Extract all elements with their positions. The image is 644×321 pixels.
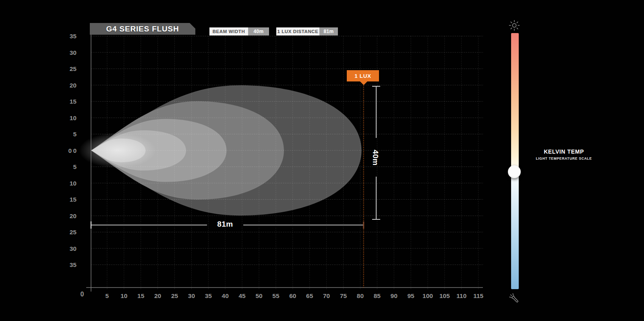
x-tick-label: 35 [205, 292, 212, 299]
x-tick-label: 40 [222, 292, 229, 299]
y-tick-label: 5 [73, 131, 77, 138]
y-tick-label: 10 [70, 115, 77, 121]
lux-distance-measure-label: 81m [205, 220, 245, 229]
kelvin-gradient-bar[interactable] [511, 33, 519, 289]
beam-hotspot-glow [79, 133, 156, 168]
x-tick-label: 95 [407, 292, 414, 299]
beam-width-label: BEAM WIDTH [213, 29, 245, 34]
y-tick-label: 30 [70, 245, 77, 252]
beam-width-value-chip: 40m [248, 27, 269, 35]
one-lux-badge: 1 LUX [347, 70, 379, 81]
page-title: G4 SERIES FLUSH [106, 25, 179, 33]
x-tick-label: 30 [188, 292, 195, 299]
x-tick-label: 45 [238, 292, 246, 299]
y-tick-label: 20 [70, 213, 77, 219]
page-bg: 3530252015105051015202530355101520253035… [0, 0, 644, 321]
x-tick-label: 100 [422, 292, 433, 299]
y-axis-zero-label: 0 [68, 147, 72, 154]
y-tick-label: 20 [70, 82, 77, 89]
x-tick-label: 70 [323, 292, 330, 299]
y-tick-label: 35 [70, 261, 77, 268]
y-tick-label: 25 [70, 65, 77, 72]
lux-distance-value-chip: 81m [319, 27, 338, 35]
beam-width-value: 40m [253, 29, 263, 34]
y-tick-label: 30 [70, 49, 77, 56]
y-tick-label: 15 [70, 98, 77, 105]
lux-distance-value: 81m [323, 29, 333, 34]
x-tick-label: 80 [357, 292, 364, 299]
beam-chart: 3530252015105051015202530355101520253035… [0, 0, 644, 321]
lux-distance-label: 1 LUX DISTANCE [277, 29, 318, 34]
x-tick-label: 25 [171, 292, 178, 299]
y-tick-label: 15 [70, 196, 77, 203]
kelvin-subtitle: LIGHT TEMPERATURE SCALE [524, 156, 604, 160]
flashlight-icon [507, 290, 522, 306]
x-tick-label: 20 [154, 292, 161, 299]
x-tick-label: 90 [391, 292, 398, 299]
x-tick-label: 55 [272, 292, 280, 299]
x-tick-label: 105 [439, 292, 450, 299]
lux-distance-label-chip: 1 LUX DISTANCE [276, 27, 319, 35]
x-tick-label: 75 [340, 292, 347, 299]
x-tick-label: 10 [120, 292, 127, 299]
x-tick-label: 115 [473, 292, 483, 299]
one-lux-badge-pointer [360, 81, 367, 85]
kelvin-title: KELVIN TEMP [524, 148, 604, 155]
y-tick-label: 10 [70, 180, 77, 187]
sun-icon [508, 19, 520, 31]
kelvin-slider-knob[interactable] [508, 165, 521, 178]
beam-width-measure-label: 40m [371, 145, 380, 170]
y-tick-label: 0 [73, 147, 77, 154]
one-lux-badge-label: 1 LUX [354, 73, 371, 79]
x-tick-label: 50 [255, 292, 262, 299]
y-tick-label: 35 [70, 33, 77, 40]
x-tick-label: 60 [289, 292, 296, 299]
y-tick-label: 25 [70, 229, 77, 236]
y-tick-label: 5 [73, 163, 77, 170]
x-tick-label: 110 [456, 292, 466, 299]
x-tick-label: 65 [306, 292, 313, 299]
x-tick-label: 5 [106, 292, 109, 299]
x-tick-label: 85 [374, 292, 381, 299]
x-axis-zero-label: 0 [81, 291, 84, 298]
x-tick-label: 15 [137, 292, 145, 299]
title-banner: G4 SERIES FLUSH [90, 23, 195, 35]
beam-width-label-chip: BEAM WIDTH [209, 27, 248, 35]
